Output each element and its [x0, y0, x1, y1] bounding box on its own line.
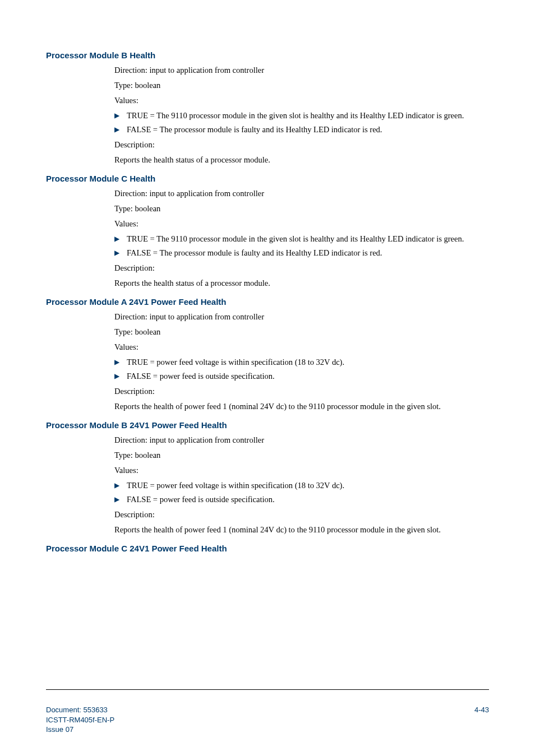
triangle-right-icon: ▶: [114, 248, 119, 258]
values-list: ▶TRUE = power feed voltage is within spe…: [114, 480, 489, 505]
triangle-right-icon: ▶: [114, 125, 119, 134]
footer-left: Document: 553633 ICSTT-RM405f-EN-P Issue…: [46, 705, 114, 735]
triangle-right-icon: ▶: [114, 358, 119, 367]
list-item-text: TRUE = power feed voltage is within spec…: [127, 358, 344, 367]
values-label: Values:: [114, 465, 489, 476]
list-item: ▶FALSE = The processor module is faulty …: [114, 124, 489, 136]
list-item: ▶FALSE = power feed is outside specifica…: [114, 494, 489, 505]
description-text: Reports the health of power feed 1 (nomi…: [114, 401, 489, 412]
type-text: Type: boolean: [114, 203, 489, 215]
footer-page-number: 4-43: [474, 705, 489, 715]
description-text: Reports the health of power feed 1 (nomi…: [114, 524, 489, 536]
list-item-text: FALSE = power feed is outside specificat…: [127, 372, 275, 381]
values-list: ▶TRUE = The 9110 processor module in the…: [114, 233, 489, 259]
description-text: Reports the health status of a processor…: [114, 277, 489, 289]
values-label: Values:: [114, 95, 489, 106]
type-text: Type: boolean: [114, 80, 489, 91]
list-item: ▶TRUE = The 9110 processor module in the…: [114, 110, 489, 122]
type-text: Type: boolean: [114, 326, 489, 338]
section-body-c-health: Direction: input to application from con…: [114, 188, 489, 289]
description-label: Description:: [114, 262, 489, 274]
page-footer: Document: 553633 ICSTT-RM405f-EN-P Issue…: [46, 705, 489, 735]
footer-doc-number: Document: 553633: [46, 705, 114, 715]
triangle-right-icon: ▶: [114, 234, 119, 244]
footer-divider: [46, 689, 489, 690]
values-label: Values:: [114, 341, 489, 353]
triangle-right-icon: ▶: [114, 111, 119, 120]
list-item: ▶FALSE = The processor module is faulty …: [114, 247, 489, 259]
section-heading-a-24v1: Processor Module A 24V1 Power Feed Healt…: [46, 297, 489, 307]
footer-issue: Issue 07: [46, 725, 114, 735]
list-item: ▶TRUE = power feed voltage is within spe…: [114, 480, 489, 491]
section-heading-c-health: Processor Module C Health: [46, 174, 489, 183]
description-label: Description:: [114, 139, 489, 151]
list-item-text: FALSE = The processor module is faulty a…: [127, 248, 382, 257]
direction-text: Direction: input to application from con…: [114, 64, 489, 76]
section-body-a-24v1: Direction: input to application from con…: [114, 311, 489, 412]
direction-text: Direction: input to application from con…: [114, 434, 489, 446]
section-body-b-health: Direction: input to application from con…: [114, 64, 489, 166]
type-text: Type: boolean: [114, 449, 489, 461]
description-text: Reports the health status of a processor…: [114, 154, 489, 166]
values-label: Values:: [114, 218, 489, 230]
triangle-right-icon: ▶: [114, 372, 119, 381]
list-item: ▶TRUE = The 9110 processor module in the…: [114, 233, 489, 245]
section-heading-b-health: Processor Module B Health: [46, 50, 489, 60]
triangle-right-icon: ▶: [114, 481, 119, 490]
list-item-text: TRUE = The 9110 processor module in the …: [127, 111, 464, 120]
description-label: Description:: [114, 509, 489, 521]
section-heading-c-24v1: Processor Module C 24V1 Power Feed Healt…: [46, 544, 489, 553]
list-item: ▶TRUE = power feed voltage is within spe…: [114, 356, 489, 368]
direction-text: Direction: input to application from con…: [114, 311, 489, 323]
list-item: ▶FALSE = power feed is outside specifica…: [114, 370, 489, 382]
values-list: ▶TRUE = power feed voltage is within spe…: [114, 356, 489, 382]
list-item-text: FALSE = power feed is outside specificat…: [127, 495, 275, 504]
list-item-text: TRUE = The 9110 processor module in the …: [127, 234, 464, 243]
list-item-text: FALSE = The processor module is faulty a…: [127, 125, 382, 134]
direction-text: Direction: input to application from con…: [114, 188, 489, 200]
list-item-text: TRUE = power feed voltage is within spec…: [127, 481, 344, 490]
footer-ref: ICSTT-RM405f-EN-P: [46, 715, 114, 725]
section-heading-b-24v1: Processor Module B 24V1 Power Feed Healt…: [46, 420, 489, 430]
section-body-b-24v1: Direction: input to application from con…: [114, 434, 489, 536]
description-label: Description:: [114, 386, 489, 397]
triangle-right-icon: ▶: [114, 495, 119, 504]
values-list: ▶TRUE = The 9110 processor module in the…: [114, 110, 489, 136]
